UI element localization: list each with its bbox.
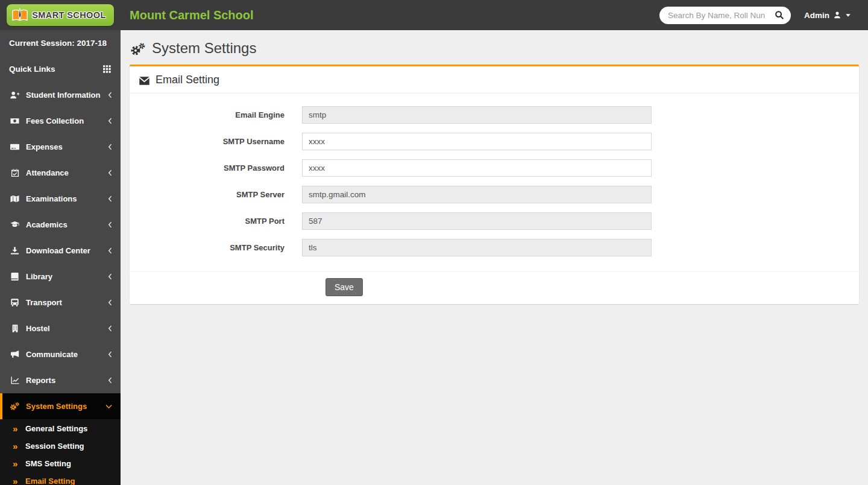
field-label: SMTP Port (139, 217, 302, 226)
subitem-label: Email Setting (25, 477, 75, 485)
chevron-left-icon (108, 299, 112, 306)
sidebar-item-label: Expenses (26, 142, 108, 151)
sidebar-item-label: Hostel (26, 324, 108, 333)
sidebar-item-attendance[interactable]: Attendance (0, 160, 121, 186)
smtp-port-input (302, 212, 652, 230)
caret-down-icon (845, 12, 851, 18)
book-icon (9, 272, 20, 281)
email-engine-input (302, 106, 652, 124)
sidebar-item-label: Transport (26, 298, 108, 307)
smart-school-logo: SMART SCHOOL (7, 4, 113, 26)
sidebar-item-label: Fees Collection (26, 116, 108, 125)
double-angle-right-icon: » (13, 458, 25, 469)
smtp-server-input (302, 186, 652, 203)
sidebar-subitem-general-settings[interactable]: » General Settings (0, 420, 121, 437)
calendar-check-icon (9, 168, 20, 177)
sidebar-item-download-center[interactable]: Download Center (0, 238, 121, 264)
user-plus-icon (9, 90, 20, 100)
logo-text: SMART SCHOOL (32, 10, 105, 20)
sidebar-item-library[interactable]: Library (0, 264, 121, 290)
sidebar-item-label: Reports (26, 376, 108, 385)
sidebar-item-label: Download Center (26, 246, 108, 255)
book-pen-logo-icon (11, 7, 29, 23)
chevron-left-icon (108, 377, 112, 384)
sidebar-item-expenses[interactable]: Expenses (0, 134, 121, 160)
chevron-left-icon (108, 144, 112, 150)
field-label: SMTP Username (139, 137, 302, 146)
smtp-password-input[interactable] (302, 159, 652, 177)
double-angle-right-icon: » (13, 476, 25, 485)
chevron-left-icon (108, 221, 112, 228)
chevron-left-icon (108, 195, 112, 202)
sidebar-item-system-settings[interactable]: System Settings (0, 393, 121, 419)
chevron-left-icon (108, 273, 112, 280)
page-title-text: System Settings (152, 40, 256, 57)
field-label: SMTP Server (139, 190, 302, 199)
sidebar-item-label: Examinations (26, 194, 108, 203)
main-content: System Settings Email Setting Email Engi… (121, 30, 868, 485)
admin-menu[interactable]: Admin (804, 11, 851, 20)
field-label: SMTP Security (139, 243, 302, 252)
chevron-down-icon (105, 404, 112, 409)
logo-zone[interactable]: SMART SCHOOL (0, 0, 121, 30)
chart-line-icon (9, 376, 20, 385)
double-angle-right-icon: » (13, 423, 25, 434)
sidebar-item-label: System Settings (26, 402, 105, 411)
building-icon (9, 324, 20, 333)
sidebar-subitem-email-setting[interactable]: » Email Setting (0, 472, 121, 485)
field-label: SMTP Password (139, 163, 302, 173)
grid-icon (102, 65, 112, 74)
subitem-label: General Settings (25, 424, 87, 433)
graduation-cap-icon (9, 220, 20, 229)
sidebar-item-examinations[interactable]: Examinations (0, 186, 121, 212)
bullhorn-icon (9, 350, 20, 359)
page-title: System Settings (130, 30, 859, 65)
sidebar-item-label: Attendance (26, 168, 108, 177)
sidebar-item-label: Communicate (26, 350, 108, 359)
school-name-title: Mount Carmel School (130, 8, 254, 22)
chevron-left-icon (108, 170, 112, 176)
sidebar-item-transport[interactable]: Transport (0, 290, 121, 315)
subitem-label: Session Setting (25, 442, 84, 451)
form-row: SMTP Password (139, 159, 850, 177)
subitem-label: SMS Setting (25, 459, 71, 468)
sidebar-item-student-information[interactable]: Student Information (0, 82, 121, 108)
admin-label: Admin (804, 11, 829, 20)
chevron-left-icon (108, 325, 112, 332)
card-footer: Save (130, 271, 859, 304)
download-icon (9, 246, 20, 255)
email-setting-card: Email Setting Email Engine SMTP Username… (130, 65, 859, 304)
search-input[interactable] (668, 11, 773, 20)
chevron-left-icon (108, 92, 112, 98)
quick-links[interactable]: Quick Links (0, 56, 121, 82)
chevron-left-icon (108, 351, 112, 358)
current-session-label: Current Session: 2017-18 (0, 30, 121, 56)
form-row: Email Engine (139, 106, 850, 124)
sidebar: Current Session: 2017-18 Quick Links Stu… (0, 30, 121, 485)
quick-links-label: Quick Links (9, 65, 55, 74)
search-icon[interactable] (773, 9, 785, 21)
sidebar-item-reports[interactable]: Reports (0, 367, 121, 393)
double-angle-right-icon: » (13, 441, 25, 451)
user-icon (833, 11, 841, 19)
sidebar-subitem-session-setting[interactable]: » Session Setting (0, 437, 121, 455)
sidebar-item-fees-collection[interactable]: Fees Collection (0, 108, 121, 134)
smtp-username-input[interactable] (302, 133, 652, 150)
system-settings-submenu: » General Settings » Session Setting » S… (0, 419, 121, 485)
form-row: SMTP Username (139, 133, 850, 150)
sidebar-item-hostel[interactable]: Hostel (0, 315, 121, 341)
sidebar-item-academics[interactable]: Academics (0, 212, 121, 238)
save-button[interactable]: Save (326, 278, 363, 296)
card-title-text: Email Setting (156, 74, 219, 86)
form-row: SMTP Security (139, 239, 850, 256)
credit-card-icon (9, 142, 20, 151)
map-icon (9, 194, 20, 203)
bus-icon (9, 298, 20, 307)
email-setting-form: Email Engine SMTP Username SMTP Password… (130, 94, 859, 271)
sidebar-subitem-sms-setting[interactable]: » SMS Setting (0, 455, 121, 472)
sidebar-item-label: Student Information (26, 90, 108, 100)
chevron-left-icon (108, 247, 112, 254)
sidebar-item-communicate[interactable]: Communicate (0, 341, 121, 367)
chevron-left-icon (108, 118, 112, 124)
card-header: Email Setting (130, 66, 859, 94)
